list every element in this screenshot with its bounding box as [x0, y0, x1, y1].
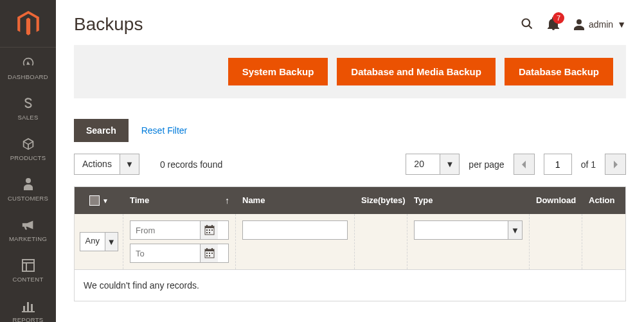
- megaphone-icon: [21, 217, 36, 233]
- filter-download: [530, 214, 582, 269]
- per-page-select[interactable]: 20 ▼: [406, 154, 460, 175]
- action-bar: System Backup Database and Media Backup …: [74, 45, 626, 98]
- col-size[interactable]: Size(bytes): [355, 187, 407, 214]
- filter-any-select[interactable]: Any ▼: [80, 232, 118, 251]
- filter-type-select[interactable]: ▼: [414, 220, 523, 240]
- user-label: admin: [589, 19, 613, 30]
- filter-time: [123, 214, 236, 269]
- filter-name-input[interactable]: [242, 220, 348, 240]
- col-time-label: Time: [130, 195, 149, 205]
- backups-grid: ▼ Time ↑ Name Size(bytes) Type Download …: [74, 186, 626, 301]
- col-checkbox[interactable]: ▼: [75, 187, 123, 214]
- to-input[interactable]: [136, 249, 200, 258]
- nav-label: MARKETING: [9, 235, 47, 242]
- search-button[interactable]: Search: [74, 119, 129, 142]
- cube-icon: [21, 136, 36, 152]
- filter-check: Any ▼: [75, 214, 123, 269]
- calendar-icon[interactable]: [200, 221, 218, 239]
- nav-marketing[interactable]: MARKETING: [0, 210, 56, 250]
- search-icon: [521, 17, 533, 30]
- nav-products[interactable]: PRODUCTS: [0, 129, 56, 169]
- page-header: Backups 7 admin ▼: [74, 0, 626, 45]
- nav-label: REPORTS: [13, 316, 44, 322]
- per-page-label: per page: [469, 159, 504, 170]
- filter-time-to[interactable]: [130, 244, 229, 263]
- dollar-icon: [21, 96, 36, 111]
- svg-point-8: [523, 19, 530, 26]
- sort-asc-icon: ↑: [225, 195, 229, 206]
- col-name[interactable]: Name: [236, 187, 355, 214]
- controls-left: Actions ▼ 0 records found: [74, 154, 222, 175]
- records-count: 0 records found: [160, 159, 222, 170]
- svg-rect-26: [211, 253, 213, 254]
- nav-reports[interactable]: REPORTS: [0, 291, 56, 322]
- svg-line-9: [529, 25, 532, 28]
- svg-rect-22: [206, 248, 208, 250]
- filter-type: ▼: [407, 214, 530, 269]
- chevron-left-icon: [521, 161, 527, 168]
- grid-toolbar: Search Reset Filter: [74, 119, 626, 142]
- col-time[interactable]: Time ↑: [123, 187, 236, 214]
- mass-actions-select[interactable]: Actions ▼: [74, 154, 139, 175]
- svg-rect-24: [206, 253, 208, 254]
- col-action: Action: [582, 187, 625, 214]
- page-title: Backups: [74, 14, 143, 35]
- user-menu[interactable]: admin ▼: [573, 19, 626, 30]
- main-content: Backups 7 admin ▼ System Backup Database…: [56, 0, 644, 322]
- magento-logo-icon: [17, 11, 39, 37]
- from-input[interactable]: [136, 226, 200, 235]
- nav-content[interactable]: CONTENT: [0, 250, 56, 291]
- header-actions: 7 admin ▼: [521, 17, 626, 32]
- search-button[interactable]: [521, 17, 533, 32]
- notifications-button[interactable]: 7: [548, 17, 559, 32]
- svg-rect-5: [27, 302, 29, 311]
- prev-page-button[interactable]: [514, 154, 535, 175]
- page-input[interactable]: [544, 154, 572, 175]
- controls-right: 20 ▼ per page of 1: [406, 154, 626, 175]
- chevron-right-icon: [613, 161, 619, 168]
- col-download: Download: [530, 187, 582, 214]
- pager: of 1: [514, 154, 626, 175]
- svg-rect-16: [209, 229, 210, 231]
- chevron-down-icon: ▼: [508, 221, 522, 239]
- svg-rect-15: [206, 229, 208, 231]
- nav-label: CONTENT: [12, 276, 43, 283]
- reset-filter-link[interactable]: Reset Filter: [141, 125, 188, 136]
- nav-customers[interactable]: CUSTOMERS: [0, 169, 56, 210]
- svg-rect-7: [22, 311, 35, 312]
- person-icon: [21, 177, 36, 192]
- svg-rect-13: [206, 225, 208, 227]
- filter-name: [236, 214, 355, 269]
- grid-empty-message: We couldn't find any records.: [75, 270, 625, 301]
- col-type[interactable]: Type: [407, 187, 530, 214]
- svg-point-0: [26, 178, 31, 183]
- nav-sales[interactable]: SALES: [0, 88, 56, 129]
- system-backup-button[interactable]: System Backup: [228, 58, 328, 85]
- filter-action: [582, 214, 625, 269]
- user-icon: [573, 19, 585, 30]
- nav-label: CUSTOMERS: [8, 195, 48, 202]
- actions-label: Actions: [75, 154, 120, 174]
- nav-dashboard[interactable]: DASHBOARD: [0, 48, 56, 88]
- svg-rect-17: [211, 229, 213, 231]
- next-page-button[interactable]: [605, 154, 626, 175]
- grid-header: ▼ Time ↑ Name Size(bytes) Type Download …: [75, 187, 625, 214]
- svg-rect-14: [211, 225, 213, 227]
- chevron-down-icon: ▼: [617, 19, 626, 30]
- filter-time-from[interactable]: [130, 220, 229, 240]
- chevron-down-icon: ▼: [440, 154, 459, 174]
- layout-icon: [21, 258, 36, 273]
- database-media-backup-button[interactable]: Database and Media Backup: [337, 58, 496, 85]
- bar-chart-icon: [21, 298, 36, 314]
- svg-point-10: [577, 19, 582, 24]
- filter-size: [355, 214, 407, 269]
- svg-rect-28: [209, 255, 210, 256]
- svg-rect-25: [209, 253, 210, 254]
- sidebar: DASHBOARD SALES PRODUCTS CUSTOMERS MARKE…: [0, 0, 56, 322]
- calendar-icon[interactable]: [200, 244, 218, 262]
- of-label: of 1: [581, 159, 596, 170]
- dashboard-icon: [21, 55, 36, 71]
- grid-filter-row: Any ▼: [75, 214, 625, 270]
- magento-logo[interactable]: [0, 0, 56, 48]
- database-backup-button[interactable]: Database Backup: [505, 58, 613, 85]
